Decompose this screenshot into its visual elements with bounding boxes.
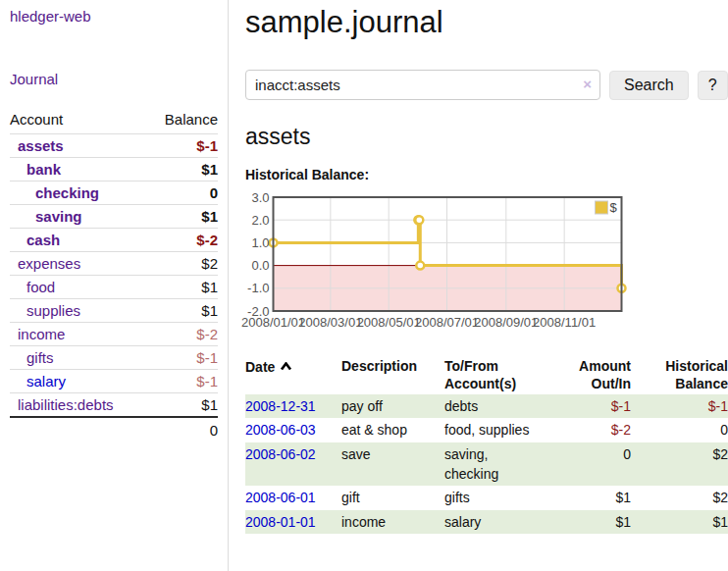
account-name: liabilities:debts — [10, 396, 114, 413]
account-link[interactable]: food — [26, 279, 55, 295]
account-name: supplies — [10, 302, 80, 319]
account-balance: $1 — [201, 302, 218, 319]
account-balance: 0 — [210, 184, 218, 201]
account-name: gifts — [10, 349, 54, 366]
sidebar: hledger-web Journal Account Balance asse… — [0, 0, 229, 571]
register-header-amount: Amount Out/In — [543, 355, 631, 394]
register-description-cell: eat & shop — [341, 418, 444, 441]
register-header-description: Description — [341, 355, 444, 394]
register-balance-cell: $2 — [631, 442, 728, 487]
legend-swatch — [596, 201, 608, 214]
register-date-cell: 2008-01-01 — [245, 510, 341, 534]
account-link[interactable]: cash — [26, 232, 60, 248]
transaction-date-link[interactable]: 2008-06-02 — [245, 446, 316, 462]
account-balance: $2 — [201, 255, 218, 272]
account-link[interactable]: income — [18, 326, 65, 342]
register-row: 2008-12-31pay offdebts$-1$-1 — [245, 394, 728, 418]
main-content: sample.journal × Search ? assets Histori… — [229, 0, 728, 571]
account-balance: $1 — [201, 396, 218, 413]
account-row: assets$-1 — [10, 133, 218, 157]
register-amount-cell: 0 — [543, 442, 631, 487]
accounts-rows: assets$-1bank$1checking0saving$1cash$-2e… — [10, 133, 218, 416]
y-tick-label: 2.0 — [251, 212, 269, 227]
register-balance-cell: $2 — [631, 486, 728, 509]
account-row: supplies$1 — [10, 298, 218, 322]
account-name: expenses — [10, 255, 80, 272]
x-tick-label: 2008/01/01 — [241, 315, 305, 330]
register-table: Date Description To/From Account(s) Amou… — [245, 355, 728, 534]
brand-link[interactable]: hledger-web — [10, 8, 91, 25]
account-name: food — [10, 279, 55, 295]
account-link[interactable]: assets — [18, 137, 64, 154]
register-row: 2008-06-03eat & shopfood, supplies$-20 — [245, 418, 728, 441]
accounts-table: Account Balance assets$-1bank$1checking0… — [10, 109, 218, 442]
register-header-balance: Historical Balance — [631, 355, 728, 394]
register-row: 2008-06-01giftgifts$1$2 — [245, 486, 728, 509]
accounts-header-balance: Balance — [165, 111, 218, 128]
transaction-date-link[interactable]: 2008-01-01 — [245, 514, 316, 530]
account-row: salary$-1 — [10, 369, 218, 392]
register-amount-cell: $-1 — [543, 394, 631, 418]
search-button[interactable]: Search — [609, 71, 689, 100]
nav-journal-link[interactable]: Journal — [10, 71, 58, 87]
account-link[interactable]: gifts — [26, 349, 54, 366]
account-balance: $-1 — [196, 373, 218, 389]
sort-ascending-icon — [280, 357, 292, 375]
register-date-cell: 2008-06-02 — [245, 442, 341, 487]
help-button[interactable]: ? — [698, 71, 728, 100]
search-input-wrap: × — [245, 70, 600, 100]
search-bar: × Search ? — [245, 70, 728, 100]
account-name: salary — [10, 373, 66, 389]
historical-balance-chart: $3.02.01.00.0-1.0-2.02008/01/012008/03/0… — [245, 195, 728, 335]
account-balance: $1 — [201, 161, 218, 178]
register-accounts-cell: debts — [444, 394, 543, 418]
account-row: cash$-2 — [10, 228, 218, 251]
x-tick-label: 2008/09/01 — [474, 315, 538, 330]
register-accounts-cell: salary — [444, 510, 543, 534]
register-description-cell: pay off — [341, 394, 444, 418]
y-tick-label: 3.0 — [251, 189, 269, 204]
account-name: assets — [10, 137, 64, 154]
account-row: food$1 — [10, 275, 218, 298]
register-header-row: Date Description To/From Account(s) Amou… — [245, 355, 728, 394]
register-balance-cell: $1 — [631, 510, 728, 534]
accounts-table-header: Account Balance — [10, 109, 218, 133]
register-row: 2008-01-01incomesalary$1$1 — [245, 510, 728, 534]
register-header-date[interactable]: Date — [245, 355, 341, 394]
account-name: bank — [10, 161, 61, 178]
clear-search-icon[interactable]: × — [583, 76, 592, 92]
register-accounts-cell: saving, checking — [444, 442, 543, 487]
account-link[interactable]: bank — [26, 161, 61, 178]
register-description-cell: income — [341, 510, 444, 534]
account-balance: $1 — [201, 279, 218, 295]
account-link[interactable]: salary — [26, 373, 66, 389]
data-point-marker — [416, 261, 424, 269]
account-row: gifts$-1 — [10, 345, 218, 369]
register-balance-cell: $-1 — [631, 394, 728, 418]
page-title: sample.journal — [245, 4, 728, 40]
account-name: saving — [10, 208, 82, 225]
register-description-cell: gift — [341, 486, 444, 509]
account-link[interactable]: liabilities:debts — [18, 396, 114, 413]
search-input[interactable] — [245, 70, 600, 100]
transaction-date-link[interactable]: 2008-06-01 — [245, 490, 316, 505]
y-tick-label: 1.0 — [251, 235, 269, 250]
account-link[interactable]: saving — [35, 208, 82, 225]
x-tick-label: 2008/05/01 — [357, 315, 421, 330]
register-amount-cell: $-2 — [543, 418, 631, 441]
transaction-date-link[interactable]: 2008-06-03 — [245, 422, 316, 438]
account-link[interactable]: supplies — [26, 302, 80, 319]
register-date-cell: 2008-06-01 — [245, 486, 341, 509]
register-date-cell: 2008-12-31 — [245, 394, 341, 418]
sidebar-nav: Journal — [10, 71, 218, 88]
register-row: 2008-06-02savesaving, checking0$2 — [245, 442, 728, 487]
legend-label: $ — [610, 200, 618, 215]
register-description-cell: save — [341, 442, 444, 487]
x-tick-label: 2008/03/01 — [298, 315, 362, 330]
account-balance: $-1 — [196, 137, 218, 154]
account-link[interactable]: expenses — [18, 255, 80, 272]
transaction-date-link[interactable]: 2008-12-31 — [245, 398, 316, 414]
register-balance-cell: 0 — [631, 418, 728, 441]
account-link[interactable]: checking — [35, 184, 99, 201]
account-row: saving$1 — [10, 204, 218, 228]
